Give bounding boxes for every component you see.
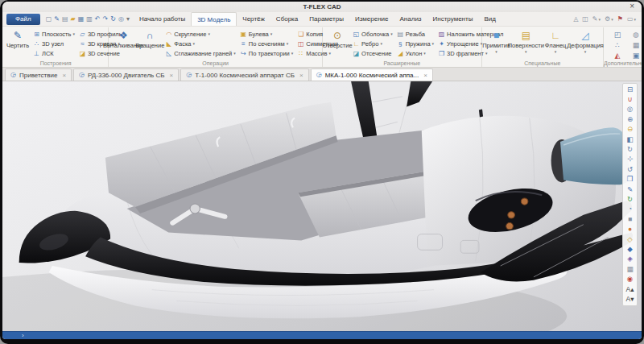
3d-mode-icon[interactable]: ❒ xyxy=(623,175,637,184)
save-icon[interactable]: ▦ xyxy=(78,15,85,23)
deformation-button[interactable]: ◿Деформация▾ xyxy=(570,28,601,59)
camera-icon[interactable]: ◉ xyxy=(623,274,637,284)
panes-icon[interactable]: ⊟ xyxy=(623,85,637,94)
reference-window-icon[interactable]: ◫ xyxy=(582,15,588,23)
document-tab[interactable]: ◶Т-1-000 Космический аппарат СБ× xyxy=(180,68,308,81)
close-tab-icon[interactable]: × xyxy=(299,72,303,79)
3d-node-button[interactable]: ∴3D узел xyxy=(32,39,76,48)
thread-button[interactable]: ▤Резьба xyxy=(396,29,435,39)
flange-button[interactable]: ∟Фланец▾ xyxy=(543,28,568,59)
document-tab[interactable]: ◶Приветствие× xyxy=(5,68,72,81)
trim-button[interactable]: ◪Отсечение xyxy=(352,48,394,58)
dropdown-arrow-icon: ▾ xyxy=(291,51,294,56)
edit-in-place-icon[interactable]: ✎ xyxy=(623,184,637,194)
undo-icon[interactable]: ↶ xyxy=(95,15,101,23)
rib-button[interactable]: ∟Ребро▾ xyxy=(352,39,394,48)
qat-more-icon[interactable]: ▾ xyxy=(126,15,130,23)
hole-button[interactable]: ⊙Отверстие xyxy=(325,28,349,60)
pan-view-icon[interactable]: ⊹ xyxy=(623,155,637,164)
close-window-button[interactable]: × xyxy=(630,2,634,12)
ribbon-tab-strip: Начало работы3D МодельЧертёжСборкаПараме… xyxy=(134,12,502,26)
ribbon-tab-3D Модель[interactable]: 3D Модель xyxy=(191,12,237,26)
rotate-view-icon[interactable]: ↻ xyxy=(623,144,637,154)
ribbon-tab-Вид[interactable]: Вид xyxy=(478,12,501,26)
diagnostics-icon[interactable]: ◭ xyxy=(609,51,625,60)
primitive-button[interactable]: ■Примитив▾ xyxy=(485,28,509,59)
regenerate-icon[interactable]: ↻ xyxy=(623,194,637,204)
font-increase-icon[interactable]: A▴ xyxy=(623,284,637,294)
search-binoculars-icon[interactable]: ◎ xyxy=(118,15,124,23)
model-viewport[interactable]: ⊟∪◎⊕⊖◧↻⊹↺❒✎↻◔■●◇◆◈▦◉A▴A▾ xyxy=(2,81,642,331)
close-tab-icon[interactable]: × xyxy=(423,72,427,79)
magnet-icon[interactable]: ∪ xyxy=(623,94,637,104)
image-export-icon[interactable]: ▦ xyxy=(623,264,637,274)
spring-button[interactable]: §Пружина▾ xyxy=(396,39,435,48)
draft-button[interactable]: ◢Уклон▾ xyxy=(396,48,435,58)
open-recent-icon[interactable]: ▤ xyxy=(62,15,68,23)
ribbon-tab-Начало работы[interactable]: Начало работы xyxy=(134,12,191,26)
close-tab-icon[interactable]: × xyxy=(62,72,66,79)
document-tab-label: Т-1-000 Космический аппарат СБ xyxy=(195,72,295,79)
image-icon[interactable]: ▣ xyxy=(628,51,642,60)
dropdown-arrow-icon: ▾ xyxy=(270,31,273,36)
workplane-button[interactable]: ⊞Плоскость▾ xyxy=(32,29,76,39)
smooth-faces-button[interactable]: ◺Сглаживание граней▾ xyxy=(164,48,237,58)
title-bar[interactable]: T-FLEX CAD × xyxy=(2,2,642,12)
document-tab[interactable]: ◶РД-336-000 Двигатель СБ× xyxy=(73,68,179,81)
pen-mode-icon[interactable]: ✎▾ xyxy=(592,15,601,23)
close-tab-icon[interactable]: × xyxy=(170,72,174,79)
lighting-icon[interactable]: ◈ xyxy=(623,255,637,264)
loft-button[interactable]: ≡По сечениям▾ xyxy=(239,39,295,48)
local-cs-button[interactable]: ⊥ЛСК xyxy=(32,48,76,58)
new-document-icon[interactable]: ▢ xyxy=(46,15,52,23)
blend-button[interactable]: ◠Скругление▾ xyxy=(164,29,237,39)
shell-button[interactable]: ◱Оболочка▾ xyxy=(352,29,394,39)
status-bar[interactable]: › xyxy=(2,331,642,339)
ribbon-group-label: Операции xyxy=(109,60,322,66)
revolve-label: Вращение xyxy=(135,42,164,49)
shaded-view-icon[interactable]: ● xyxy=(623,224,637,234)
extrude-button[interactable]: ❖Выталкивание xyxy=(111,28,135,60)
ribbon-tab-Чертёж[interactable]: Чертёж xyxy=(237,12,270,26)
open-folder-icon[interactable]: ▰ xyxy=(71,15,76,23)
zoom-in-icon[interactable]: ⊕ xyxy=(623,114,637,124)
flag-icon[interactable]: ⚑ xyxy=(617,15,623,23)
zoom-all-icon[interactable]: ⊖ xyxy=(623,125,637,135)
font-decrease-icon[interactable]: A▾ xyxy=(623,294,637,304)
draw-sketch-button[interactable]: ✎Чертить xyxy=(6,28,30,60)
file-menu-button[interactable]: Файл xyxy=(6,14,40,25)
wireframe-view-icon[interactable]: ◇ xyxy=(623,234,637,244)
chamfer-button[interactable]: ◣Фаска▾ xyxy=(164,39,237,48)
previous-view-icon[interactable]: ↺ xyxy=(623,164,637,174)
view-orientation-icon[interactable]: ◧ xyxy=(623,135,637,144)
smooth-faces-label: Сглаживание граней xyxy=(174,50,232,57)
revolve-button[interactable]: ∩Вращение xyxy=(138,28,162,60)
hole-icon: ⊙ xyxy=(331,29,345,41)
options-gear-icon[interactable]: ⚙▾ xyxy=(605,15,613,23)
surfaces-button[interactable]: ▤Поверхности▾ xyxy=(511,28,542,59)
document-tab[interactable]: ◶МКА-1-000 Космический аппа...× xyxy=(311,68,433,81)
ribbon-tab-Измерение[interactable]: Измерение xyxy=(349,12,394,26)
feedback-icon[interactable]: ◬ xyxy=(573,15,578,23)
ribbon-tab-Инструменты[interactable]: Инструменты xyxy=(427,12,479,26)
boolean-button[interactable]: ▣Булева▾ xyxy=(239,29,295,39)
node-tools-icon[interactable]: ∴ xyxy=(609,40,625,50)
sketch-icon[interactable]: ✎ xyxy=(54,15,60,23)
calculator-icon[interactable]: ▦ xyxy=(628,40,642,50)
regen-icon[interactable]: ↻ xyxy=(110,15,116,23)
sweep-button[interactable]: ↪По траектории▾ xyxy=(239,48,295,58)
solid-view-icon[interactable]: ■ xyxy=(623,214,637,224)
redo-icon[interactable]: ↷ xyxy=(102,15,108,23)
materials-icon[interactable]: ◆ xyxy=(623,244,637,254)
probe-icon[interactable]: ◍ xyxy=(628,30,642,39)
orientation-compass-icon[interactable]: ◔ xyxy=(623,205,637,214)
section-view-icon[interactable]: ◰ xyxy=(609,30,625,39)
quick-access-toolbar: ▢✎▤▰▦▥↶↷↻◎▾ xyxy=(46,15,130,23)
print-icon[interactable]: ▥ xyxy=(86,15,93,23)
zoom-window-icon[interactable]: ◎ xyxy=(623,105,637,114)
ribbon-tab-Параметры[interactable]: Параметры xyxy=(303,12,349,26)
ribbon-tab-Сборка[interactable]: Сборка xyxy=(270,12,303,26)
ribbon-tab-Анализ[interactable]: Анализ xyxy=(394,12,427,26)
window-title: T-FLEX CAD xyxy=(303,3,341,10)
window-layout-icon[interactable]: ▭▾ xyxy=(627,15,636,23)
